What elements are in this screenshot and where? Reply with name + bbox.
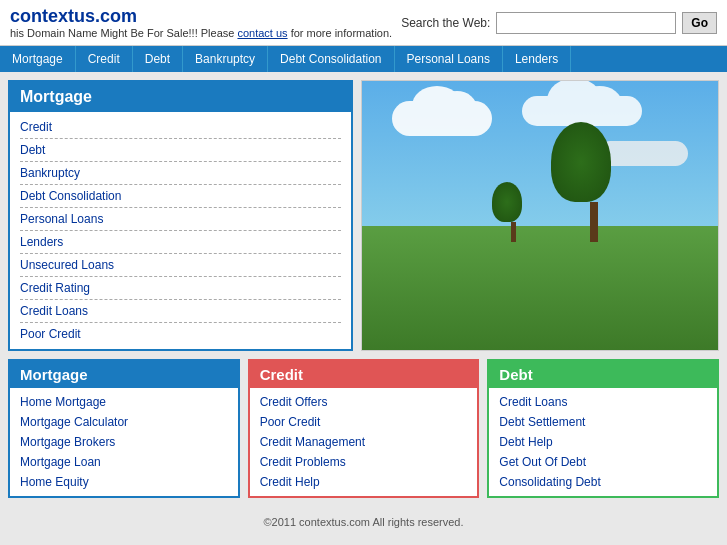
link-credit[interactable]: Credit: [20, 120, 52, 134]
link-debt-consolidation[interactable]: Debt Consolidation: [20, 189, 121, 203]
mortgage-card: Mortgage Home Mortgage Mortgage Calculat…: [8, 359, 240, 498]
go-button[interactable]: Go: [682, 12, 717, 34]
tagline-suffix: for more information.: [291, 27, 392, 39]
cloud-3: [598, 141, 688, 166]
link-mortgage-brokers[interactable]: Mortgage Brokers: [20, 435, 115, 449]
mortgage-links: Home Mortgage Mortgage Calculator Mortga…: [10, 388, 238, 496]
search-input[interactable]: [496, 12, 676, 34]
header-right: Search the Web: Go: [401, 12, 717, 34]
list-item: Lenders: [20, 231, 341, 254]
link-credit-offers[interactable]: Credit Offers: [260, 395, 328, 409]
list-item: Mortgage Calculator: [20, 412, 228, 432]
bottom-section: Mortgage Home Mortgage Mortgage Calculat…: [0, 359, 727, 506]
link-poor-credit[interactable]: Poor Credit: [20, 327, 81, 341]
list-item: Poor Credit: [260, 412, 468, 432]
list-item: Bankruptcy: [20, 162, 341, 185]
link-home-equity[interactable]: Home Equity: [20, 475, 89, 489]
left-panel-list: Credit Debt Bankruptcy Debt Consolidatio…: [10, 112, 351, 349]
link-credit-loans-bottom[interactable]: Credit Loans: [499, 395, 567, 409]
hero-image: [361, 80, 719, 351]
site-title: contextus.com: [10, 6, 392, 27]
main-content: Mortgage Credit Debt Bankruptcy Debt Con…: [0, 72, 727, 359]
list-item: Unsecured Loans: [20, 254, 341, 277]
credit-card-title: Credit: [250, 361, 478, 388]
header: contextus.com his Domain Name Might Be F…: [0, 0, 727, 46]
link-mortgage-loan[interactable]: Mortgage Loan: [20, 455, 101, 469]
link-mortgage-calculator[interactable]: Mortgage Calculator: [20, 415, 128, 429]
list-item: Credit: [20, 116, 341, 139]
list-item: Credit Loans: [499, 392, 707, 412]
link-poor-credit-bottom[interactable]: Poor Credit: [260, 415, 321, 429]
link-get-out-of-debt[interactable]: Get Out Of Debt: [499, 455, 586, 469]
link-debt-settlement[interactable]: Debt Settlement: [499, 415, 585, 429]
ground: [362, 226, 718, 350]
list-item: Mortgage Loan: [20, 452, 228, 472]
credit-links: Credit Offers Poor Credit Credit Managem…: [250, 388, 478, 496]
link-credit-management[interactable]: Credit Management: [260, 435, 365, 449]
nav-item-debt[interactable]: Debt: [133, 46, 183, 72]
list-item: Debt Settlement: [499, 412, 707, 432]
left-panel: Mortgage Credit Debt Bankruptcy Debt Con…: [8, 80, 353, 351]
mortgage-card-title: Mortgage: [10, 361, 238, 388]
list-item: Debt Consolidation: [20, 185, 341, 208]
list-item: Credit Offers: [260, 392, 468, 412]
link-personal-loans[interactable]: Personal Loans: [20, 212, 103, 226]
list-item: Credit Problems: [260, 452, 468, 472]
list-item: Credit Help: [260, 472, 468, 492]
list-item: Debt Help: [499, 432, 707, 452]
debt-links: Credit Loans Debt Settlement Debt Help G…: [489, 388, 717, 496]
header-left: contextus.com his Domain Name Might Be F…: [10, 6, 392, 39]
tagline-prefix: his Domain Name Might Be For Sale!!! Ple…: [10, 27, 234, 39]
debt-card-title: Debt: [489, 361, 717, 388]
list-item: Personal Loans: [20, 208, 341, 231]
nav-item-bankruptcy[interactable]: Bankruptcy: [183, 46, 268, 72]
list-item: Consolidating Debt: [499, 472, 707, 492]
nav-item-debt-consolidation[interactable]: Debt Consolidation: [268, 46, 394, 72]
left-panel-title: Mortgage: [10, 82, 351, 112]
link-credit-help[interactable]: Credit Help: [260, 475, 320, 489]
list-item: Home Mortgage: [20, 392, 228, 412]
link-home-mortgage[interactable]: Home Mortgage: [20, 395, 106, 409]
credit-card: Credit Credit Offers Poor Credit Credit …: [248, 359, 480, 498]
nav-item-mortgage[interactable]: Mortgage: [0, 46, 76, 72]
debt-card: Debt Credit Loans Debt Settlement Debt H…: [487, 359, 719, 498]
tree-top: [551, 122, 611, 202]
main-tree: [577, 122, 611, 242]
link-debt[interactable]: Debt: [20, 143, 45, 157]
link-credit-rating[interactable]: Credit Rating: [20, 281, 90, 295]
tree-trunk: [590, 202, 598, 242]
link-credit-problems[interactable]: Credit Problems: [260, 455, 346, 469]
list-item: Credit Rating: [20, 277, 341, 300]
small-tree: [505, 182, 522, 242]
list-item: Credit Loans: [20, 300, 341, 323]
nav-item-personal-loans[interactable]: Personal Loans: [395, 46, 503, 72]
list-item: Debt: [20, 139, 341, 162]
nav-item-credit[interactable]: Credit: [76, 46, 133, 72]
list-item: Poor Credit: [20, 323, 341, 345]
nav-item-lenders[interactable]: Lenders: [503, 46, 571, 72]
tagline: his Domain Name Might Be For Sale!!! Ple…: [10, 27, 392, 39]
link-consolidating-debt[interactable]: Consolidating Debt: [499, 475, 600, 489]
link-debt-help[interactable]: Debt Help: [499, 435, 552, 449]
link-bankruptcy[interactable]: Bankruptcy: [20, 166, 80, 180]
footer-text: ©2011 contextus.com All rights reserved.: [263, 516, 463, 528]
contact-link[interactable]: contact us: [237, 27, 287, 39]
list-item: Credit Management: [260, 432, 468, 452]
navbar: Mortgage Credit Debt Bankruptcy Debt Con…: [0, 46, 727, 72]
list-item: Home Equity: [20, 472, 228, 492]
footer: ©2011 contextus.com All rights reserved.: [0, 506, 727, 538]
link-lenders[interactable]: Lenders: [20, 235, 63, 249]
tree-trunk: [511, 222, 516, 242]
list-item: Get Out Of Debt: [499, 452, 707, 472]
cloud-1: [392, 101, 492, 136]
tree-top: [492, 182, 522, 222]
link-credit-loans[interactable]: Credit Loans: [20, 304, 88, 318]
link-unsecured-loans[interactable]: Unsecured Loans: [20, 258, 114, 272]
search-label: Search the Web:: [401, 16, 490, 30]
list-item: Mortgage Brokers: [20, 432, 228, 452]
